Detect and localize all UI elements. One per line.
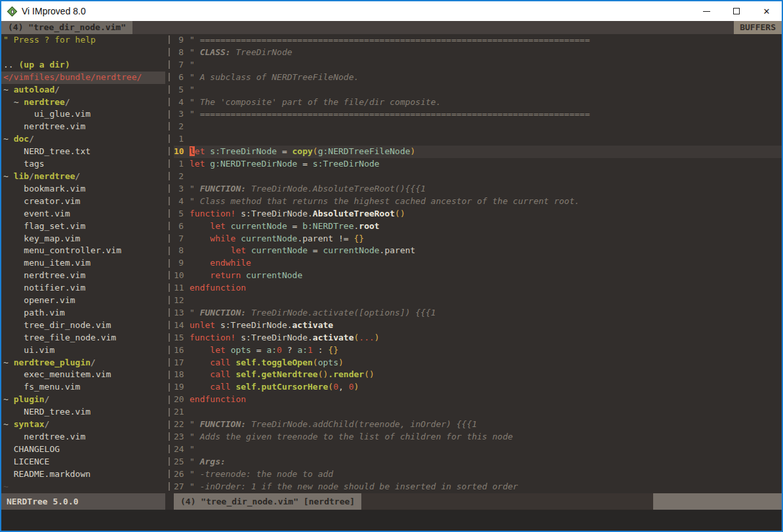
line-number: 26 — [174, 468, 190, 481]
tree-row[interactable]: opener.vim — [1, 295, 165, 307]
code-line[interactable]: 4" The 'composite' part of the file/dir … — [174, 96, 782, 109]
code-line[interactable]: 18 call self.getNerdtree().render() — [174, 369, 782, 381]
tree-row[interactable]: ~ nerdtree/ — [1, 96, 165, 109]
token: currentNode — [323, 245, 380, 255]
code-line[interactable]: 27" -inOrder: 1 if the new node should b… — [174, 481, 782, 493]
tree-row[interactable]: notifier.vim — [1, 282, 165, 295]
token: .. — [3, 60, 18, 70]
tree-row[interactable]: nerdtree.vim — [1, 431, 165, 443]
token — [190, 345, 210, 355]
tree-row[interactable]: ~ autoload/ — [1, 84, 165, 96]
token: opts — [231, 345, 251, 355]
close-button[interactable]: ✕ — [752, 1, 782, 21]
tree-row[interactable]: NERD_tree.vim — [1, 406, 165, 419]
tree-row[interactable]: tree_dir_node.vim — [1, 319, 165, 332]
tree-row[interactable]: ~ — [1, 481, 165, 493]
tree-row[interactable]: menu_item.vim — [1, 257, 165, 270]
tree-row[interactable]: ui.vim — [1, 344, 165, 357]
tree-row[interactable]: exec_menuitem.vim — [1, 369, 165, 381]
line-number: 7 — [174, 59, 190, 72]
code-line[interactable]: 3" FUNCTION: TreeDirNode.AbsoluteTreeRoo… — [174, 183, 782, 195]
code-line[interactable]: 15function! s:TreeDirNode.activate(...) — [174, 332, 782, 344]
tree-row[interactable]: .. (up a dir) — [1, 59, 165, 72]
tree-row[interactable]: NERD_tree.txt — [1, 146, 165, 158]
tree-row[interactable]: </vimfiles/bundle/nerdtree/ — [1, 72, 165, 84]
editor-panel[interactable]: 9" =====================================… — [174, 34, 782, 493]
code-line[interactable]: 17 call self.toggleOpen(opts) — [174, 357, 782, 369]
tree-row[interactable]: nerdtree.vim — [1, 121, 165, 133]
code-line[interactable]: 7 while currentNode.parent != {} — [174, 233, 782, 245]
code-line[interactable]: 9 endwhile — [174, 257, 782, 270]
code-line[interactable]: 10 return currentNode — [174, 270, 782, 282]
minimize-button[interactable] — [691, 1, 721, 21]
token: function! — [190, 209, 235, 218]
code-line[interactable]: 4" Class method that returns the highest… — [174, 195, 782, 208]
tree-row[interactable]: LICENCE — [1, 456, 165, 468]
code-line[interactable]: 6" A subclass of NERDTreeFileNode. — [174, 72, 782, 84]
token: .parent — [380, 245, 416, 255]
tree-row[interactable]: ~ lib/nerdtree/ — [1, 171, 165, 183]
command-line[interactable] — [1, 510, 782, 531]
code-line[interactable]: 5function! s:TreeDirNode.AbsoluteTreeRoo… — [174, 208, 782, 220]
token: 1 — [308, 345, 313, 355]
code-line[interactable]: 24" — [174, 443, 782, 456]
code-line[interactable]: 8" CLASS: TreeDirNode — [174, 47, 782, 59]
code-line[interactable]: 10let s:TreeDirNode = copy(g:NERDTreeFil… — [174, 146, 782, 158]
tree-row[interactable]: " Press ? for help — [1, 34, 165, 47]
code-line[interactable]: 12 — [174, 295, 782, 307]
code-line[interactable]: 22" FUNCTION: TreeDirNode.addChild(treen… — [174, 419, 782, 431]
code-line[interactable]: 1let g:NERDTreeDirNode = s:TreeDirNode — [174, 158, 782, 171]
tree-row[interactable]: ~ plugin/ — [1, 394, 165, 406]
tree-row[interactable]: tree_file_node.vim — [1, 332, 165, 344]
code-line[interactable]: 19 call self.putCursorHere(0, 0) — [174, 381, 782, 394]
token: ~ — [3, 85, 14, 94]
tree-row[interactable]: nerdtree.vim — [1, 270, 165, 282]
tree-row[interactable]: key_map.vim — [1, 233, 165, 245]
code-line[interactable]: 25" Args: — [174, 456, 782, 468]
tree-row[interactable]: README.markdown — [1, 468, 165, 481]
code-line[interactable]: 6 let currentNode = b:NERDTree.root — [174, 220, 782, 233]
tree-row[interactable]: ~ nerdtree_plugin/ — [1, 357, 165, 369]
tree-row[interactable]: tags — [1, 158, 165, 171]
code-line[interactable]: 2 — [174, 121, 782, 133]
tree-row[interactable]: ~ doc/ — [1, 133, 165, 146]
code-line[interactable]: 13" FUNCTION: TreeDirNode.activate([opti… — [174, 307, 782, 319]
tree-row[interactable]: CHANGELOG — [1, 443, 165, 456]
tab-active-buffer[interactable]: (4) "tree_dir_node.vim" — [1, 21, 132, 34]
code-line[interactable]: 3" =====================================… — [174, 108, 782, 121]
code-line[interactable]: 8 let currentNode = currentNode.parent — [174, 245, 782, 257]
tree-row[interactable]: path.vim — [1, 307, 165, 319]
tree-row[interactable]: flag_set.vim — [1, 220, 165, 233]
code-line[interactable]: 20endfunction — [174, 394, 782, 406]
line-number: 4 — [174, 96, 190, 109]
code-line[interactable]: 1 — [174, 133, 782, 146]
line-number: 5 — [174, 208, 190, 220]
token: ~ — [3, 394, 14, 404]
tree-row[interactable]: menu_controller.vim — [1, 245, 165, 257]
code-line[interactable]: 7" — [174, 59, 782, 72]
tree-row[interactable]: fs_menu.vim — [1, 381, 165, 394]
code-text: unlet s:TreeDirNode.activate — [190, 319, 333, 332]
code-line[interactable]: 11endfunction — [174, 282, 782, 295]
window-split-separator[interactable] — [165, 34, 174, 493]
tree-row[interactable]: ~ syntax/ — [1, 419, 165, 431]
code-line[interactable]: 26" -treenode: the node to add — [174, 468, 782, 481]
maximize-button[interactable] — [721, 1, 752, 21]
tree-row[interactable]: creator.vim — [1, 195, 165, 208]
code-line[interactable]: 2 — [174, 171, 782, 183]
token: .render — [328, 369, 364, 379]
code-line[interactable]: 5" — [174, 84, 782, 96]
code-line[interactable]: 14unlet s:TreeDirNode.activate — [174, 319, 782, 332]
tree-row[interactable]: event.vim — [1, 208, 165, 220]
code-line[interactable]: 21 — [174, 406, 782, 419]
code-line[interactable]: 9" =====================================… — [174, 34, 782, 47]
code-line[interactable]: 16 let opts = a:0 ? a:1 : {} — [174, 344, 782, 357]
token: = — [287, 221, 302, 231]
tree-row[interactable]: ui_glue.vim — [1, 108, 165, 121]
tree-row[interactable]: bookmark.vim — [1, 183, 165, 195]
tree-row[interactable] — [1, 47, 165, 59]
code-line[interactable]: 23" Adds the given treenode to the list … — [174, 431, 782, 443]
nerdtree-panel[interactable]: " Press ? for help.. (up a dir)</vimfile… — [1, 34, 165, 493]
token — [190, 270, 210, 280]
token: plugin — [14, 394, 45, 404]
